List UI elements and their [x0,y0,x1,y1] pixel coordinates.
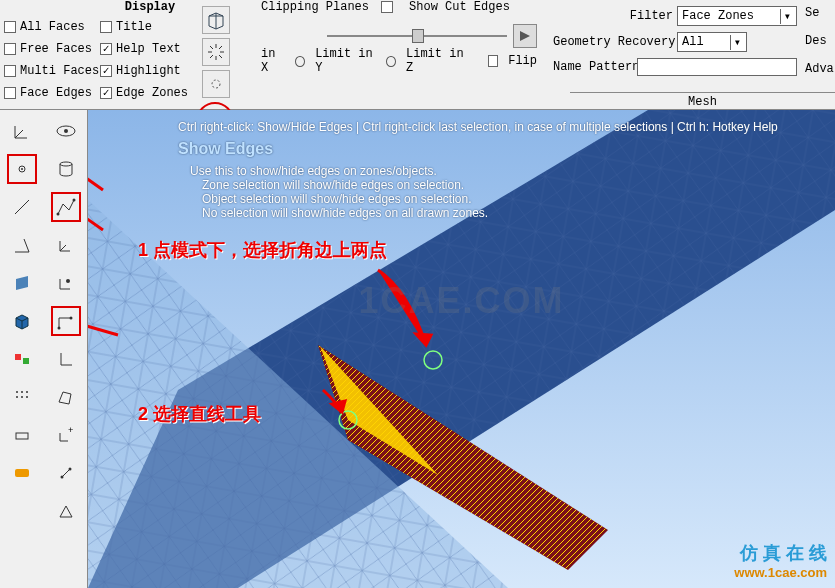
help-l3: Object selection will show/hide edges on… [178,192,778,206]
trace-tool[interactable] [51,192,81,222]
svg-point-21 [21,396,23,398]
clip-slider-thumb[interactable] [412,29,424,43]
help-title: Show Edges [178,140,778,158]
chk-title[interactable] [100,21,112,33]
cube-solid-icon[interactable] [7,306,37,336]
clipping-title: Clipping Planes [261,0,369,14]
dot-tool[interactable] [7,154,37,184]
annotation-1: 1 点模式下，选择折角边上两点 [138,238,387,262]
chevron-down-icon: ▾ [730,35,744,50]
display-row-3: Multi Faces Highlight [4,62,196,80]
svg-point-31 [57,327,60,330]
watermark-corner: 仿 真 在 线 www.1cae.com [734,541,827,580]
svg-line-6 [210,55,213,58]
plane-icon[interactable] [7,268,37,298]
display-title: Display [4,0,196,14]
svg-line-45 [88,158,103,190]
patch-icon[interactable] [7,420,37,450]
svg-rect-24 [15,469,29,477]
corner-line-tool[interactable] [51,306,81,336]
play-icon [520,31,530,41]
lbl-highlight: Highlight [116,64,181,78]
filter-combo-value: Face Zones [682,9,754,23]
lbl-show-cut: Show Cut Edges [409,0,510,14]
watermark-line1: 仿 真 在 线 [734,541,827,565]
chk-free-faces[interactable] [4,43,16,55]
chevron-down-icon: ▾ [780,9,794,24]
name-pattern-input[interactable] [637,58,797,76]
btn-se[interactable]: Se [805,6,819,20]
radio-x[interactable] [295,56,305,67]
lbl-limit-z: Limit in Z [406,47,467,75]
svg-point-18 [21,391,23,393]
lbl-free-faces: Free Faces [20,42,92,56]
toolbar-right: + [44,110,88,588]
axis-node-icon[interactable] [51,268,81,298]
zone-icon[interactable] [7,344,37,374]
chk-multi-faces[interactable] [4,65,16,77]
svg-point-28 [56,213,59,216]
cube-icon[interactable] [202,6,230,34]
axis-icon[interactable] [7,116,37,146]
top-panel: Display All Faces Title Free Faces Help … [0,0,835,110]
chk-face-edges[interactable] [4,87,16,99]
help-overlay: Ctrl right-click: Show/Hide Edges | Ctrl… [178,120,778,220]
lbl-title: Title [116,20,152,34]
gear-icon[interactable] [202,70,230,98]
btn-des[interactable]: Des [805,34,827,48]
svg-point-27 [60,162,72,166]
svg-marker-11 [520,31,530,41]
svg-point-13 [21,168,23,170]
help-l1: Use this to show/hide edges on zones/obj… [178,164,778,178]
svg-rect-16 [23,358,29,364]
mesh-section-label: Mesh [570,92,835,109]
triangle-edge-icon[interactable] [7,230,37,260]
axis-small-icon[interactable] [51,230,81,260]
lbl-multi-faces: Multi Faces [20,64,99,78]
geom-combo-value: All [682,35,704,49]
burst-icon[interactable] [202,38,230,66]
display-row-4: Face Edges Edge Zones [4,84,196,102]
viewport-3d[interactable]: Ctrl right-click: Show/Hide Edges | Ctrl… [88,110,835,588]
play-button[interactable] [513,24,537,48]
svg-point-17 [16,391,18,393]
svg-line-36 [62,469,70,477]
btn-adv[interactable]: Advar [805,62,835,76]
chk-all-faces[interactable] [4,21,16,33]
display-row-1: All Faces Title [4,18,196,36]
svg-point-26 [64,129,68,133]
help-top: Ctrl right-click: Show/Hide Edges | Ctrl… [178,120,778,134]
svg-point-19 [26,391,28,393]
radio-y[interactable] [386,56,396,67]
lbl-edge-zones: Edge Zones [116,86,188,100]
dots-icon[interactable] [7,382,37,412]
display-row-2: Free Faces Help Text [4,40,196,58]
svg-rect-15 [15,354,21,360]
clipping-panel: Clipping Planes Show Cut Edges in X Limi… [253,0,545,109]
geom-combo[interactable]: All ▾ [677,32,747,52]
db-icon[interactable] [51,154,81,184]
chk-show-cut[interactable] [381,1,393,13]
lbl-all-faces: All Faces [20,20,85,34]
axis-l-icon[interactable] [51,344,81,374]
line-tool[interactable] [7,192,37,222]
lbl-name-pattern: Name Pattern [553,60,633,74]
svg-line-4 [210,46,213,49]
nodes-icon[interactable] [51,458,81,488]
clip-slider[interactable] [327,35,507,37]
filter-combo[interactable]: Face Zones ▾ [677,6,797,26]
plus-axis-icon[interactable]: + [51,420,81,450]
region-icon[interactable] [51,382,81,412]
help-l4: No selection will show/hide edges on all… [178,206,778,220]
badge-icon[interactable] [7,458,37,488]
chk-flip[interactable] [488,55,499,67]
lbl-limit-x: in X [261,47,285,75]
chk-edge-zones[interactable] [100,87,112,99]
tri-icon[interactable] [51,496,81,526]
chk-help-text[interactable] [100,43,112,55]
display-options: Display All Faces Title Free Faces Help … [0,0,200,109]
chk-highlight[interactable] [100,65,112,77]
svg-point-29 [72,199,75,202]
toolbar-left [0,110,44,588]
view-eye-icon[interactable] [51,116,81,146]
